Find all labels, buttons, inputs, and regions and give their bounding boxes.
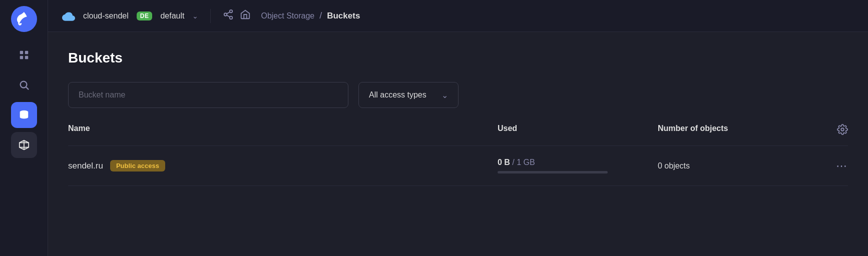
topbar-nav-icons xyxy=(223,9,251,22)
row-objects: 0 objects xyxy=(658,162,818,170)
breadcrumb-buckets: Buckets xyxy=(327,11,360,21)
topbar: cloud-sendel DE default ⌄ xyxy=(48,0,868,32)
table-header: Name Used Number of objects xyxy=(68,124,848,146)
bucket-name-input[interactable] xyxy=(68,82,348,108)
sidebar-item-search[interactable] xyxy=(11,72,37,98)
home-icon[interactable] xyxy=(240,9,251,22)
filters-row: All access types ⌄ xyxy=(68,82,848,108)
col-settings xyxy=(818,124,848,138)
svg-rect-3 xyxy=(25,56,28,59)
col-objects: Number of objects xyxy=(658,124,818,138)
org-name: cloud-sendel xyxy=(83,12,129,20)
svg-rect-2 xyxy=(20,56,23,59)
used-total: 1 GB xyxy=(517,158,535,166)
project-name: default xyxy=(160,12,184,20)
cloud-icon xyxy=(62,10,75,22)
row-actions: ⋯ xyxy=(818,160,848,172)
bucket-name-text: sendel.ru xyxy=(68,161,103,171)
network-icon[interactable] xyxy=(223,9,234,22)
usage-progress-bar xyxy=(498,171,608,174)
page-title: Buckets xyxy=(68,50,848,66)
row-more-button[interactable]: ⋯ xyxy=(836,160,848,172)
breadcrumb: Object Storage / Buckets xyxy=(261,10,360,21)
svg-line-5 xyxy=(26,87,29,90)
buckets-table: Name Used Number of objects sendel.ru Pu… xyxy=(68,124,848,186)
sidebar-logo[interactable] xyxy=(11,6,37,32)
topbar-separator xyxy=(210,9,211,23)
svg-line-13 xyxy=(227,15,230,17)
table-row: sendel.ru Public access 0 B / 1 GB 0 obj… xyxy=(68,146,848,186)
svg-point-4 xyxy=(20,82,27,88)
svg-point-10 xyxy=(230,10,233,13)
table-settings-icon[interactable] xyxy=(837,124,848,138)
svg-point-11 xyxy=(224,13,227,16)
used-separator: / xyxy=(512,158,517,166)
sidebar-item-cube[interactable] xyxy=(11,132,37,158)
svg-rect-0 xyxy=(20,51,23,54)
access-type-label: All access types xyxy=(369,90,426,100)
sidebar xyxy=(0,0,48,256)
page-content: Buckets All access types ⌄ Name Used Num… xyxy=(48,32,868,256)
main-content: cloud-sendel DE default ⌄ xyxy=(48,0,868,256)
public-access-badge: Public access xyxy=(110,160,165,172)
access-type-select[interactable]: All access types ⌄ xyxy=(358,82,459,108)
svg-rect-1 xyxy=(25,51,28,54)
row-bucket-name: sendel.ru Public access xyxy=(68,160,498,172)
project-chevron-icon[interactable]: ⌄ xyxy=(192,12,198,20)
sidebar-item-grid[interactable] xyxy=(11,42,37,68)
access-type-chevron-icon: ⌄ xyxy=(442,90,448,100)
region-badge: DE xyxy=(137,12,153,20)
svg-line-14 xyxy=(227,12,230,14)
svg-point-12 xyxy=(230,16,233,19)
col-name: Name xyxy=(68,124,498,138)
row-used: 0 B / 1 GB xyxy=(498,158,658,174)
col-used: Used xyxy=(498,124,658,138)
breadcrumb-object-storage[interactable]: Object Storage xyxy=(261,12,314,20)
used-value: 0 B xyxy=(498,158,510,166)
breadcrumb-separator: / xyxy=(319,10,322,21)
svg-point-15 xyxy=(841,128,844,131)
sidebar-item-storage[interactable] xyxy=(11,102,37,128)
